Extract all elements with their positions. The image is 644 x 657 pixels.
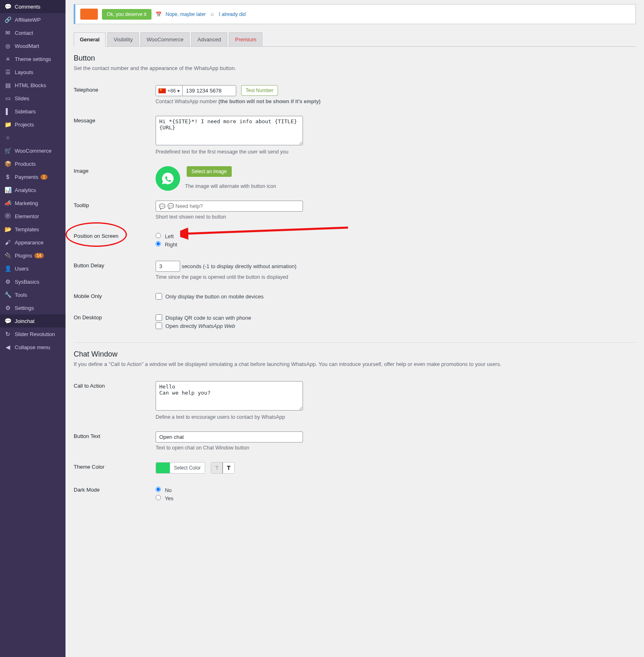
sidebar-item-blur[interactable]: ▪ xyxy=(0,131,66,144)
sidebar-item-analytics[interactable]: 📊Analytics xyxy=(0,183,66,196)
color-picker[interactable]: Select Color xyxy=(156,462,205,474)
text-color-toggle[interactable]: T T xyxy=(211,462,235,474)
tab-general[interactable]: General xyxy=(74,32,106,47)
sidebar-item-collapse-menu[interactable]: ◀Collapse menu xyxy=(0,341,66,354)
sidebar-item-comments[interactable]: 💬Comments xyxy=(0,0,66,13)
wa-web-checkbox[interactable] xyxy=(156,323,162,329)
section-chat-title: Chat Window xyxy=(74,350,636,359)
sidebar-item-layouts[interactable]: ☰Layouts xyxy=(0,65,66,79)
test-number-button[interactable]: Test Number xyxy=(241,85,278,96)
delay-input[interactable] xyxy=(156,261,180,272)
sidebar-item-label: Layouts xyxy=(15,69,34,75)
message-textarea[interactable]: Hi *{SITE}*! I need more info about {TIT… xyxy=(156,116,303,145)
analytics-icon: 📊 xyxy=(4,186,11,194)
layers-icon: ☰ xyxy=(4,68,11,76)
sidebar-item-marketing[interactable]: 📣Marketing xyxy=(0,196,66,210)
sidebar-item-label: Settings xyxy=(15,305,34,311)
sidebar-item-label: Payments xyxy=(15,174,38,180)
sidebar-item-label: Projects xyxy=(15,122,34,128)
sidebar-item-sidebars[interactable]: ▌Sidebars xyxy=(0,105,66,118)
dark-yes-radio[interactable] xyxy=(156,495,161,500)
wa-web-label: Open directly WhatsApp Web xyxy=(165,323,235,329)
sidebar-item-payments[interactable]: $Payments1 xyxy=(0,170,66,183)
telephone-input[interactable] xyxy=(183,86,236,96)
badge: 14 xyxy=(34,253,44,258)
qr-checkbox[interactable] xyxy=(156,314,162,321)
sidebar-item-projects[interactable]: 📁Projects xyxy=(0,118,66,131)
sidebar-item-label: AffiliateWP xyxy=(15,17,41,23)
section-button-desc: Set the contact number and the appearanc… xyxy=(74,65,636,71)
text-dark-option[interactable]: T xyxy=(223,463,234,473)
btn-text-label: Button Text xyxy=(74,426,156,456)
dark-yes-label: Yes xyxy=(165,495,173,501)
joinchat-icon: 💬 xyxy=(4,317,11,325)
dark-no-radio[interactable] xyxy=(156,487,161,492)
sidebar-item-label: Marketing xyxy=(15,200,38,206)
position-right-label: Right xyxy=(165,242,177,248)
plugins-icon: 🔌 xyxy=(4,252,11,259)
affiliate-icon: 🔗 xyxy=(4,16,11,23)
country-selector[interactable]: +86 ▾ xyxy=(156,86,183,96)
ok-deserve-button[interactable]: Ok, you deserve it xyxy=(102,9,151,20)
tooltip-input[interactable] xyxy=(156,201,303,212)
sidebar-item-templates[interactable]: 📂Templates xyxy=(0,223,66,236)
text-light-option[interactable]: T xyxy=(211,463,223,473)
settings-tabs: General Visibility WooCommerce Advanced … xyxy=(74,32,636,47)
maybe-later-link[interactable]: Nope, maybe later xyxy=(166,11,206,17)
delay-label: Button Delay xyxy=(74,255,156,286)
sidebar-item-slider-revolution[interactable]: ↻Slider Revolution xyxy=(0,327,66,341)
sidebar-item-elementor[interactable]: ⓔElementor xyxy=(0,210,66,223)
mobile-only-checkbox[interactable] xyxy=(156,293,162,300)
sidebar-item-sysbasics[interactable]: ⚙SysBasics xyxy=(0,275,66,288)
sidebar-item-label: Comments xyxy=(15,4,41,10)
blur1-icon: ▪ xyxy=(4,134,11,141)
sidebar-item-products[interactable]: 📦Products xyxy=(0,157,66,170)
color-swatch-preview xyxy=(156,463,170,473)
sidebar-item-contact[interactable]: ✉Contact xyxy=(0,26,66,39)
sysbasics-icon: ⚙ xyxy=(4,278,11,285)
sidebar-item-joinchat[interactable]: 💬Joinchat xyxy=(0,314,66,327)
select-image-button[interactable]: Select an image xyxy=(187,166,232,177)
sidebars-icon: ▌ xyxy=(4,108,11,115)
products-icon: 📦 xyxy=(4,160,11,167)
position-left-radio[interactable] xyxy=(156,233,161,238)
comment-icon: 💬 xyxy=(4,3,11,10)
sidebar-item-affiliatewp[interactable]: 🔗AffiliateWP xyxy=(0,13,66,26)
sidebar-item-label: Appearance xyxy=(15,239,43,246)
sidebar-item-label: WooCommerce xyxy=(15,148,52,154)
sidebar-item-label: Elementor xyxy=(15,213,39,219)
html-icon: ▤ xyxy=(4,81,11,89)
sidebar-item-html-blocks[interactable]: ▤HTML Blocks xyxy=(0,79,66,92)
already-did-link[interactable]: I already did xyxy=(219,11,246,17)
message-label: Message xyxy=(74,110,156,160)
sidebar-item-woocommerce[interactable]: 🛒WooCommerce xyxy=(0,144,66,157)
speech-bubble-icon: 💬 xyxy=(159,203,165,209)
collapse-icon: ◀ xyxy=(4,343,11,351)
mobile-label: Mobile Only xyxy=(74,286,156,307)
telephone-help: Contact WhatsApp number (the button will… xyxy=(156,99,636,104)
sidebar-item-slides[interactable]: ▭Slides xyxy=(0,92,66,105)
sidebar-item-label: SysBasics xyxy=(15,279,39,285)
sidebar-item-label: Contact xyxy=(15,30,33,36)
sidebar-item-label: Slides xyxy=(15,95,29,102)
qr-label: Display QR code to scan with phone xyxy=(165,315,251,321)
calendar-icon: 📅 xyxy=(156,11,162,17)
rate-orange-button[interactable] xyxy=(80,9,98,20)
tab-visibility[interactable]: Visibility xyxy=(107,32,139,46)
position-label: Position on Screen xyxy=(74,233,118,239)
tab-woocommerce[interactable]: WooCommerce xyxy=(140,32,190,46)
sidebar-item-theme-settings[interactable]: ≡Theme settings xyxy=(0,52,66,65)
tab-advanced[interactable]: Advanced xyxy=(191,32,227,46)
sidebar-item-settings[interactable]: ⚙Settings xyxy=(0,301,66,314)
sidebar-item-plugins[interactable]: 🔌Plugins14 xyxy=(0,249,66,262)
sidebar-item-woodmart[interactable]: ◎WoodMart xyxy=(0,39,66,52)
sidebar-item-appearance[interactable]: 🖌Appearance xyxy=(0,236,66,249)
sidebar-item-users[interactable]: 👤Users xyxy=(0,262,66,275)
cta-textarea[interactable]: Hello Can we help you? xyxy=(156,381,303,411)
china-flag-icon xyxy=(158,88,166,93)
sidebar-item-tools[interactable]: 🔧Tools xyxy=(0,288,66,301)
btn-text-input[interactable] xyxy=(156,431,303,443)
tab-premium[interactable]: Premium xyxy=(229,32,262,46)
position-right-radio[interactable] xyxy=(156,241,161,246)
main-content: Ok, you deserve it 📅 Nope, maybe later ☺… xyxy=(66,0,644,657)
